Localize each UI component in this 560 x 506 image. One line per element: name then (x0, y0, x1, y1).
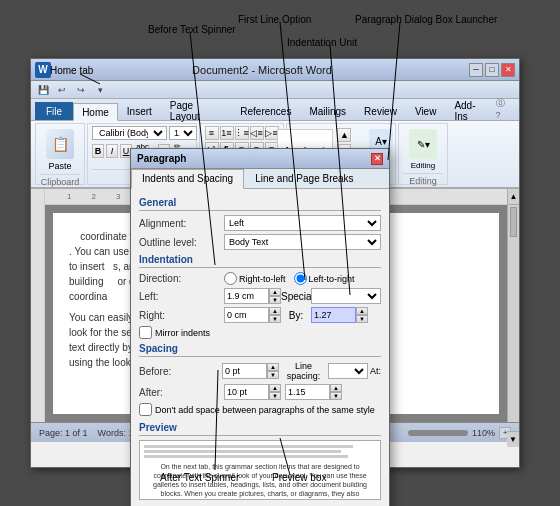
preview-box: On the next tab, this grammar section it… (139, 440, 381, 500)
direction-row: Direction: Right-to-left Left-to-right (139, 272, 381, 285)
special-label: Special: (281, 291, 311, 302)
annotation-first-line: First Line Option (238, 14, 311, 25)
undo-qat-button[interactable]: ↩ (54, 83, 70, 97)
dont-add-space-row: Don't add space between paragraphs of th… (139, 403, 381, 416)
direction-label: Direction: (139, 273, 224, 284)
outline-row: Outline level: Body Text (139, 234, 381, 250)
right-indent-spinner: ▲ ▼ (224, 307, 281, 323)
rtl-radio: Right-to-left (224, 272, 286, 285)
before-spacing-input[interactable] (222, 363, 267, 379)
left-indent-down-button[interactable]: ▼ (269, 296, 281, 304)
right-indent-input[interactable] (224, 307, 269, 323)
right-indent-row: Right: ▲ ▼ By: ▲ ▼ (139, 307, 381, 323)
font-name-select[interactable]: Calibri (Body) (92, 126, 167, 140)
tab-references[interactable]: References (231, 102, 300, 120)
save-qat-button[interactable]: 💾 (35, 83, 51, 97)
mirror-indent-checkbox[interactable] (139, 326, 152, 339)
tab-review[interactable]: Review (355, 102, 406, 120)
customize-qat-button[interactable]: ▾ (92, 83, 108, 97)
numbering-button[interactable]: 1≡ (220, 126, 234, 140)
dialog-title-bar: Paragraph ✕ (131, 149, 389, 169)
right-indent-up-button[interactable]: ▲ (269, 307, 281, 315)
rtl-radio-input[interactable] (224, 272, 237, 285)
at-spacing-buttons: ▲ ▼ (330, 384, 342, 400)
styles-up-button[interactable]: ▲ (337, 128, 351, 142)
indentation-section-header: Indentation (139, 254, 381, 268)
editing-label: Editing (403, 173, 443, 186)
outline-select[interactable]: Body Text (224, 234, 381, 250)
decrease-indent-button[interactable]: ◁≡ (250, 126, 264, 140)
left-indent-spinner-buttons: ▲ ▼ (269, 288, 281, 304)
clipboard-label: Clipboard (40, 174, 80, 187)
before-spacing-up[interactable]: ▲ (267, 363, 279, 371)
tab-page-layout[interactable]: Page Layout (161, 102, 231, 120)
by-up-button[interactable]: ▲ (356, 307, 368, 315)
before-spacing-label: Before: (139, 366, 222, 377)
scroll-down-button[interactable]: ▼ (507, 431, 519, 447)
direction-radio-group: Right-to-left Left-to-right (224, 272, 355, 285)
line-spacing-group: At: (328, 363, 381, 379)
dont-add-space-checkbox[interactable] (139, 403, 152, 416)
zoom-level: 110% (472, 428, 495, 438)
after-spacing-down[interactable]: ▼ (269, 392, 281, 400)
preview-label: Preview (139, 422, 381, 436)
by-down-button[interactable]: ▼ (356, 315, 368, 323)
scroll-thumb[interactable] (510, 207, 517, 237)
scroll-up-button[interactable]: ▲ (508, 189, 519, 205)
preview-main-text: On the next tab, this grammar section it… (144, 460, 376, 500)
restore-button[interactable]: □ (485, 63, 499, 77)
title-bar: W Document2 - Microsoft Word ─ □ ✕ (31, 59, 519, 81)
quick-access-toolbar: 💾 ↩ ↪ ▾ (31, 81, 519, 99)
tab-add-ins[interactable]: Add-Ins (445, 102, 495, 120)
dialog-tab-line-breaks[interactable]: Line and Page Breaks (244, 169, 364, 188)
at-spacing-down[interactable]: ▼ (330, 392, 342, 400)
paste-button[interactable]: 📋 Paste (43, 126, 77, 174)
bullets-button[interactable]: ≡ (205, 126, 219, 140)
alignment-select[interactable]: Left (224, 215, 381, 231)
at-spacing-up[interactable]: ▲ (330, 384, 342, 392)
right-indent-label: Right: (139, 310, 224, 321)
special-select[interactable] (311, 288, 381, 304)
ltr-radio: Left-to-right (294, 272, 355, 285)
tab-file[interactable]: File (35, 102, 73, 120)
spacing-section-header: Spacing (139, 343, 381, 357)
tab-view[interactable]: View (406, 102, 446, 120)
left-indent-input[interactable] (224, 288, 269, 304)
editing-button[interactable]: ✎▾ Editing (406, 126, 440, 173)
line-spacing-select[interactable] (328, 363, 368, 379)
minimize-button[interactable]: ─ (469, 63, 483, 77)
at-spacing-group: ▲ ▼ (285, 384, 342, 400)
tab-mailings[interactable]: Mailings (300, 102, 355, 120)
clipboard-content: 📋 Paste (43, 126, 77, 174)
by-input[interactable] (311, 307, 356, 323)
ltr-radio-input[interactable] (294, 272, 307, 285)
vertical-ruler (31, 189, 45, 422)
tab-insert[interactable]: Insert (118, 102, 161, 120)
dialog-tab-indents[interactable]: Indents and Spacing (131, 169, 244, 189)
left-indent-up-button[interactable]: ▲ (269, 288, 281, 296)
close-button[interactable]: ✕ (501, 63, 515, 77)
page-count: Page: 1 of 1 (39, 428, 88, 438)
vertical-scrollbar[interactable]: ▲ ▼ (507, 189, 519, 422)
dialog-close-button[interactable]: ✕ (371, 153, 383, 165)
redo-qat-button[interactable]: ↪ (73, 83, 89, 97)
zoom-slider[interactable] (408, 430, 468, 436)
font-name-row: Calibri (Body) 11 (92, 126, 192, 140)
italic-button[interactable]: I (106, 144, 118, 158)
after-spacing-up[interactable]: ▲ (269, 384, 281, 392)
dialog-title-text: Paragraph (137, 153, 371, 164)
annotation-indentation-unit: Indentation Unit (287, 37, 357, 48)
outline-label: Outline level: (139, 237, 224, 248)
at-spacing-input[interactable] (285, 384, 330, 400)
tab-home[interactable]: Home (73, 103, 118, 121)
after-spacing-input[interactable] (224, 384, 269, 400)
after-spacing-row: After: ▲ ▼ ▲ ▼ (139, 384, 381, 400)
font-size-select[interactable]: 11 (169, 126, 197, 140)
annotation-before-spinner: Before Text Spinner (148, 24, 236, 35)
before-spacing-down[interactable]: ▼ (267, 371, 279, 379)
bold-button[interactable]: B (92, 144, 104, 158)
word-icon: W (35, 62, 51, 78)
multilevel-button[interactable]: ⋮≡ (235, 126, 249, 140)
right-indent-down-button[interactable]: ▼ (269, 315, 281, 323)
mirror-indent-row: Mirror indents (139, 326, 381, 339)
